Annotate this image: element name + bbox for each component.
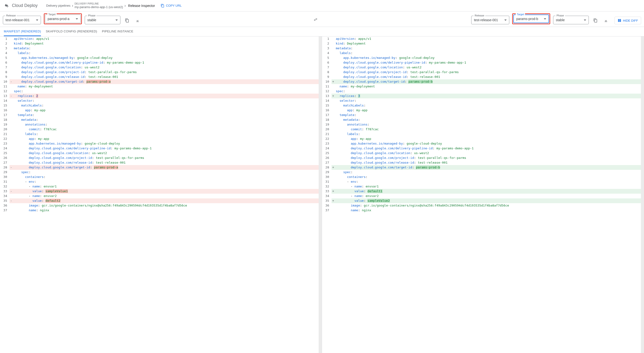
code-line: 4 labels: (322, 51, 644, 56)
code-content: labels: (13, 132, 322, 137)
code-content: apiVersion: apps/v1 (13, 37, 322, 41)
code-content: value: sampleValue1 (13, 189, 322, 194)
release-field-right: Release test-release-001 (471, 16, 509, 24)
line-number: 22 (0, 137, 10, 141)
code-line: 29 spec: (0, 170, 322, 175)
chevron-down-icon (36, 20, 38, 21)
code-line: 23 app.kubernetes.io/managed-by: google-… (0, 141, 322, 146)
code-content: metadata: (335, 46, 644, 51)
release-select-right[interactable]: test-release-001 (471, 16, 509, 24)
line-number: 11 (322, 84, 332, 89)
code-line: 20 commit: f787cac (0, 127, 322, 132)
diff-gutter (332, 156, 335, 160)
line-number: 1 (322, 37, 332, 41)
line-number: 22 (322, 137, 332, 141)
code-line: 35 value: sampleValue2 (322, 198, 644, 203)
diff-gutter (10, 51, 13, 56)
code-line: 19 annotations: (322, 122, 644, 127)
diff-gutter (10, 37, 13, 41)
code-line: 33 value: default1 (322, 189, 644, 194)
phase-select-left[interactable]: stable (85, 16, 120, 24)
code-content: deploy.cloud.google.com/target-id: param… (335, 165, 644, 170)
copy-icon (161, 4, 164, 8)
code-content: name: nginx (335, 208, 644, 213)
copy-button-right[interactable] (592, 17, 599, 24)
diff-gutter (332, 94, 335, 98)
target-select-left[interactable]: params-prod-a (45, 15, 81, 23)
code-line: 35 value: default2 (0, 198, 322, 203)
target-field-left: Target params-prod-a (45, 15, 81, 23)
diff-gutter (332, 132, 335, 137)
diff-gutter (10, 175, 13, 179)
code-line: 34 - name: envvar2 (0, 194, 322, 198)
diff-gutter (10, 108, 13, 113)
line-number: 15 (0, 103, 10, 108)
diff-gutter (10, 127, 13, 132)
code-line: 24 deploy.cloud.google.com/delivery-pipe… (0, 146, 322, 151)
phase-label: Phase (87, 14, 96, 17)
code-line: 32 - name: envvar1 (0, 184, 322, 189)
phase-select-right[interactable]: stable (553, 16, 589, 24)
hide-diff-button[interactable]: HIDE DIFF (614, 17, 641, 24)
line-number: 36 (0, 203, 10, 208)
swap-button[interactable] (312, 16, 320, 23)
diff-gutter (332, 46, 335, 51)
columns-icon (618, 19, 622, 22)
diff-gutter (332, 60, 335, 65)
diff-gutter (10, 137, 13, 141)
line-number: 36 (322, 203, 332, 208)
diff-gutter (10, 132, 13, 137)
target-select-right[interactable]: params-prod-b (513, 15, 549, 23)
diff-pane-left[interactable]: 1apiVersion: apps/v12kind: Deployment3me… (0, 37, 322, 353)
code-content: template: (335, 113, 644, 117)
selectors-row: Release test-release-001 Target params-p… (0, 12, 644, 27)
line-number: 34 (0, 194, 10, 198)
download-button-right[interactable] (602, 17, 610, 24)
diff-gutter (332, 117, 335, 122)
code-line: 8 deploy.cloud.google.com/project-id: te… (0, 70, 322, 75)
code-content: spec: (13, 170, 322, 175)
chevron-down-icon (116, 20, 118, 21)
line-number: 18 (322, 117, 332, 122)
diff-pane-right[interactable]: 1apiVersion: apps/v12kind: Deployment3me… (322, 37, 644, 353)
line-number: 19 (0, 122, 10, 127)
scrollbar[interactable] (319, 37, 322, 353)
code-line: 33 value: sampleValue1 (0, 189, 322, 194)
release-select-left[interactable]: test-release-001 (3, 16, 41, 24)
code-content: app: my-app (13, 108, 322, 113)
breadcrumb-pipeline[interactable]: DELIVERY PIPELINE my-params-demo-app-1 (… (74, 3, 123, 9)
code-content: matchLabels: (13, 103, 322, 108)
line-number: 31 (0, 179, 10, 184)
line-number: 1 (0, 37, 10, 41)
tab-skaffold[interactable]: SKAFFOLD CONFIG (RENDERED) (46, 27, 97, 36)
copy-button-left[interactable] (123, 17, 131, 24)
breadcrumb-pipelines[interactable]: Delivery pipelines (46, 4, 70, 8)
tab-manifest[interactable]: MANIFEST (RENDERED) (4, 27, 41, 36)
code-content: apiVersion: apps/v1 (335, 37, 644, 41)
diff-gutter (10, 117, 13, 122)
target-highlight-right: Target params-prod-b (512, 13, 550, 24)
line-number: 20 (322, 127, 332, 132)
release-field-left: Release test-release-001 (3, 16, 41, 24)
cloud-deploy-icon (4, 3, 10, 9)
diff-gutter (10, 94, 13, 98)
chevron-down-icon (504, 20, 507, 21)
code-line: 23 app.kubernetes.io/managed-by: google-… (322, 141, 644, 146)
diff-gutter (10, 75, 13, 79)
phase-value: stable (87, 18, 96, 22)
diff-gutter (10, 46, 13, 51)
code-line: 4 labels: (0, 51, 322, 56)
diff-gutter (332, 98, 335, 103)
diff-gutter (332, 198, 335, 203)
tab-pipeline-instance[interactable]: PIPELINE INSTANCE (102, 27, 133, 36)
diff-gutter (10, 122, 13, 127)
code-content: - env: (335, 179, 644, 184)
line-number: 5 (0, 56, 10, 60)
code-line: 17 template: (0, 113, 322, 117)
copy-url-button[interactable]: COPY URL (161, 4, 182, 8)
code-content: metadata: (13, 117, 322, 122)
code-table-right: 1apiVersion: apps/v12kind: Deployment3me… (322, 37, 644, 213)
line-number: 14 (0, 98, 10, 103)
scrollbar[interactable] (641, 37, 644, 353)
download-button-left[interactable] (134, 17, 141, 24)
